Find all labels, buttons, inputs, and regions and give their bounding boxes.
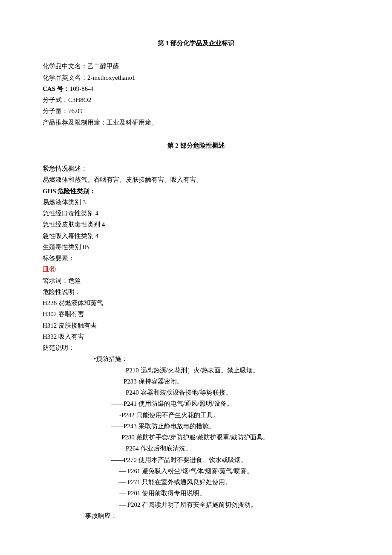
prevention-item: ——P241 使用防爆的电气/通风/照明/设备。 bbox=[43, 398, 349, 409]
prevention-item: —P210 远离热源/火花刑］火/热表面。禁止吸烟。 bbox=[43, 365, 349, 376]
formula: 分子式：C3H8O2 bbox=[43, 94, 349, 105]
hazard-pictogram-symbols: 皿⑥ bbox=[43, 264, 349, 275]
precaution-label: 防范说明： bbox=[43, 342, 349, 353]
ghs-label: GHS 危险性类别： bbox=[43, 186, 349, 197]
ghs-item: 急性经口毒性类别 4 bbox=[43, 208, 349, 219]
section-2-title: 第 2 部分危险性概述 bbox=[43, 140, 349, 151]
hazard-statements-label: 危险性说明： bbox=[43, 286, 349, 297]
emergency-text: 易燃液体和蒸气。吞咽有害。皮肤接触有害。吸入有害。 bbox=[43, 174, 349, 185]
cas-number: CAS 号：109-86-4 bbox=[43, 83, 349, 94]
hazard-statement: H332 吸入有害 bbox=[43, 331, 349, 342]
prevention-label: •预防措施： bbox=[43, 353, 349, 364]
label-mw: 分子量： bbox=[43, 108, 68, 114]
prevention-item: —P240 容器和装载设备接地/等势联接。 bbox=[43, 387, 349, 398]
label-elements: 标签要素： bbox=[43, 253, 349, 264]
ghs-item: 生殖毒性类别 IB bbox=[43, 241, 349, 253]
prevention-item: — P271 只能在室外或通风良好处使用。 bbox=[43, 477, 349, 488]
hazard-statement: H226 易燃液体和蒸气 bbox=[43, 297, 349, 308]
prevention-item: ——P243 采取防止静电放电的措施。 bbox=[43, 421, 349, 432]
product-use: 产品推荐及限制用途：工业及科研用途。 bbox=[43, 117, 349, 128]
value-mw: 76.09 bbox=[68, 108, 83, 114]
prevention-item: — P261 避免吸入粉尘/烟/气体/烟雾/蒸气/喷雾。 bbox=[43, 465, 349, 477]
value-cas: 109-86-4 bbox=[70, 85, 93, 92]
chemical-name-en: 化学品英文名：2-methoxyethano1 bbox=[43, 72, 349, 83]
hazard-statement: H312 皮肤接触有害 bbox=[43, 320, 349, 331]
value-name-en: 2-methoxyethano1 bbox=[87, 74, 135, 81]
prevention-item: ——P233 保持容器密闭。 bbox=[43, 376, 349, 387]
value-formula: C3H8O2 bbox=[68, 96, 91, 103]
ghs-item: 急性经皮肤毒性类别 4 bbox=[43, 219, 349, 230]
prevention-item: ——P270 使用本产品时不要进食、饮水或吸烟。 bbox=[43, 454, 349, 465]
prevention-item: -P242 只能使用不产生火花的工具。 bbox=[43, 410, 349, 421]
molecular-weight: 分子量：76.09 bbox=[43, 105, 349, 116]
prevention-item: -P280 戴防护手套/穿防护服/戴防护眼罩/戴防护面具。 bbox=[43, 432, 349, 443]
chemical-name-cn: 化学品中文名：乙二醇甲醛 bbox=[43, 61, 349, 72]
label-name-cn: 化学品中文名： bbox=[43, 63, 87, 70]
ghs-item: 易燃液体类别 3 bbox=[43, 197, 349, 208]
hazard-statement: H302 吞咽有害 bbox=[43, 308, 349, 320]
label-cas: CAS 号： bbox=[43, 85, 70, 92]
section-1-title: 第 1 部分化学品及企业标识 bbox=[43, 38, 349, 49]
ghs-item: 急性吸入毒性类别 4 bbox=[43, 230, 349, 241]
signal-word: 警示词：危险 bbox=[43, 275, 349, 286]
label-formula: 分子式： bbox=[43, 96, 68, 103]
response-label: 事故响应： bbox=[43, 510, 349, 521]
value-name-cn: 乙二醇甲醛 bbox=[87, 63, 119, 70]
label-name-en: 化学品英文名： bbox=[43, 74, 87, 81]
value-signal: 危险 bbox=[68, 277, 81, 284]
label-signal: 警示词： bbox=[43, 277, 68, 284]
prevention-item: — P202 在阅读并明了所有安全措施前切勿搬动。 bbox=[43, 499, 349, 510]
label-use: 产品推荐及限制用途： bbox=[43, 119, 107, 126]
emergency-label: 紧急情况概述： bbox=[43, 163, 349, 174]
prevention-item: —P264 作业后彻底清洗。 bbox=[43, 443, 349, 454]
value-use: 工业及科研用途。 bbox=[107, 119, 158, 126]
prevention-item: — P201 使用前取得专用说明。 bbox=[43, 488, 349, 499]
